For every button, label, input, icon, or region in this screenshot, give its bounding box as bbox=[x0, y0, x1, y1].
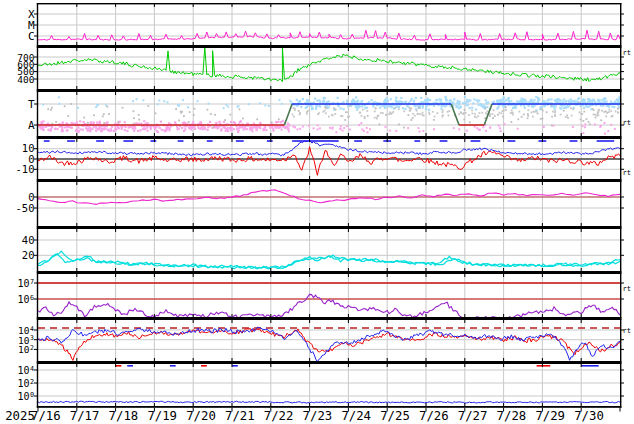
clipped-data-mark bbox=[67, 140, 75, 142]
clipped-data-mark bbox=[96, 140, 104, 142]
x-tick-label: 7/29 bbox=[535, 409, 565, 423]
y-tick-label: 400 bbox=[17, 74, 34, 85]
clipped-data-mark bbox=[207, 140, 213, 142]
y-tick-label-base: 10 bbox=[17, 294, 29, 305]
clipped-data-mark bbox=[267, 140, 273, 142]
y-tick-label: -10 bbox=[16, 163, 35, 175]
y-tick-label-base: 10 bbox=[17, 278, 29, 289]
y-tick-label-exponent: 7 bbox=[30, 278, 34, 286]
x-tick-label: 7/17 bbox=[70, 409, 100, 423]
chart-canvas: XMC700600500400TA100-100-504020107106104… bbox=[0, 0, 634, 424]
y-tick-label: T bbox=[28, 98, 35, 111]
y-tick-label-exponent: 6 bbox=[30, 294, 34, 302]
solar-terrestrial-data-plot: XMC700600500400TA100-100-504020107106104… bbox=[0, 0, 634, 424]
y-tick-label-exponent: 4 bbox=[30, 325, 34, 333]
y-tick-label-base: 10 bbox=[17, 365, 29, 376]
clipped-data-mark bbox=[508, 140, 516, 142]
plot-svg: XMC700600500400TA100-100-504020107106104… bbox=[0, 0, 634, 424]
y-tick-label-base: 10 bbox=[18, 344, 30, 355]
clipped-data-mark bbox=[232, 365, 238, 367]
clipped-data-mark bbox=[354, 140, 362, 142]
clipped-data-mark bbox=[44, 140, 50, 142]
clipped-data-mark bbox=[170, 365, 176, 367]
y-tick-label-base: 10 bbox=[17, 378, 29, 389]
clipped-data-mark bbox=[471, 140, 481, 142]
clipped-data-mark bbox=[127, 365, 133, 367]
clipped-data-mark bbox=[123, 140, 133, 142]
clipped-data-mark bbox=[178, 140, 184, 142]
y-tick-label: C bbox=[28, 30, 35, 43]
clipped-data-mark bbox=[236, 140, 244, 142]
x-tick-label: 7/16 bbox=[31, 409, 61, 423]
x-tick-label: 7/26 bbox=[419, 409, 449, 423]
y-tick-label-exponent: 2 bbox=[30, 378, 34, 386]
x-tick-label: 7/21 bbox=[225, 409, 255, 423]
y-tick-label: -50 bbox=[16, 202, 35, 214]
y-tick-label-exponent: 4 bbox=[30, 365, 34, 373]
clipped-data-mark bbox=[414, 140, 420, 142]
y-tick-label: A bbox=[28, 119, 35, 132]
y-tick-label: 40 bbox=[22, 234, 35, 246]
x-tick-label: 7/20 bbox=[186, 409, 216, 423]
x-tick-label: 7/23 bbox=[303, 409, 333, 423]
x-tick-label: 7/18 bbox=[109, 409, 139, 423]
realtime-data-label: rt bbox=[623, 169, 631, 177]
x-tick-label: 7/24 bbox=[341, 409, 371, 423]
realtime-data-label: rt bbox=[623, 119, 631, 127]
clipped-data-mark bbox=[597, 140, 615, 142]
x-tick-label: 7/27 bbox=[458, 409, 488, 423]
clipped-data-mark bbox=[116, 365, 122, 367]
realtime-data-label: rt bbox=[623, 285, 631, 293]
x-tick-label: 7/30 bbox=[574, 409, 604, 423]
y-tick-label-base: 10 bbox=[17, 391, 29, 402]
clipped-data-mark bbox=[292, 140, 339, 142]
y-tick-label: 20 bbox=[22, 249, 35, 261]
clipped-data-mark bbox=[570, 140, 578, 142]
x-tick-label: 7/22 bbox=[264, 409, 294, 423]
clipped-data-mark bbox=[581, 365, 599, 367]
clipped-data-mark bbox=[440, 140, 448, 142]
x-tick-label: 7/28 bbox=[497, 409, 527, 423]
y-tick-label-exponent: 3 bbox=[30, 334, 34, 342]
y-tick-label-exponent: 2 bbox=[30, 344, 34, 352]
clipped-data-mark bbox=[201, 365, 207, 367]
realtime-data-label: rt bbox=[623, 327, 631, 335]
x-tick-label: 7/19 bbox=[147, 409, 177, 423]
x-tick-label: 7/25 bbox=[380, 409, 410, 423]
clipped-data-mark bbox=[537, 365, 551, 367]
y-tick-label-exponent: 0 bbox=[30, 391, 34, 399]
clipped-data-mark bbox=[151, 140, 157, 142]
realtime-data-label: rt bbox=[623, 49, 631, 57]
